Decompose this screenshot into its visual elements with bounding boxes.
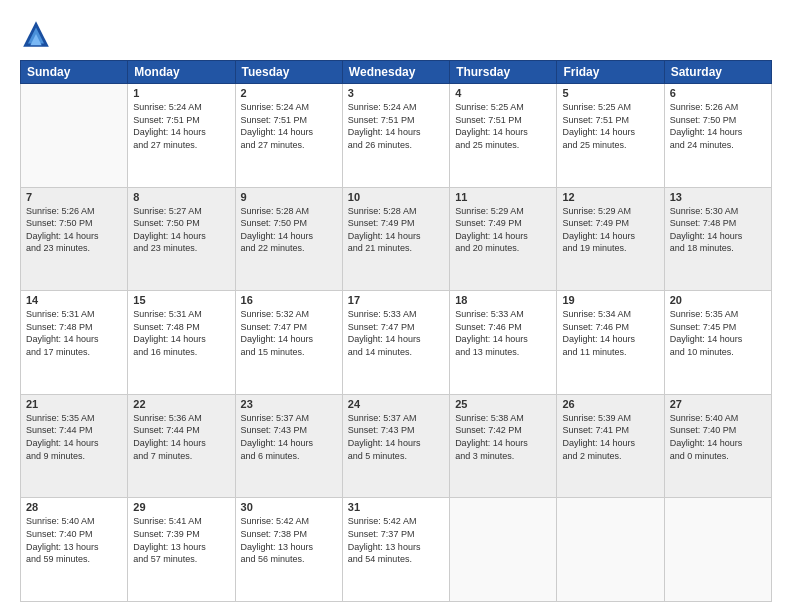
day-number: 7 [26, 191, 122, 203]
week-row-5: 28Sunrise: 5:40 AMSunset: 7:40 PMDayligh… [21, 498, 772, 602]
calendar-cell: 11Sunrise: 5:29 AMSunset: 7:49 PMDayligh… [450, 187, 557, 291]
day-info: Sunrise: 5:28 AMSunset: 7:49 PMDaylight:… [348, 205, 444, 255]
calendar-cell: 29Sunrise: 5:41 AMSunset: 7:39 PMDayligh… [128, 498, 235, 602]
day-number: 14 [26, 294, 122, 306]
week-row-3: 14Sunrise: 5:31 AMSunset: 7:48 PMDayligh… [21, 291, 772, 395]
day-info: Sunrise: 5:40 AMSunset: 7:40 PMDaylight:… [670, 412, 766, 462]
weekday-header-sunday: Sunday [21, 61, 128, 84]
calendar-cell: 9Sunrise: 5:28 AMSunset: 7:50 PMDaylight… [235, 187, 342, 291]
day-number: 29 [133, 501, 229, 513]
calendar-cell: 19Sunrise: 5:34 AMSunset: 7:46 PMDayligh… [557, 291, 664, 395]
day-info: Sunrise: 5:24 AMSunset: 7:51 PMDaylight:… [133, 101, 229, 151]
calendar-cell: 5Sunrise: 5:25 AMSunset: 7:51 PMDaylight… [557, 84, 664, 188]
day-info: Sunrise: 5:37 AMSunset: 7:43 PMDaylight:… [241, 412, 337, 462]
calendar-cell [664, 498, 771, 602]
calendar-cell: 17Sunrise: 5:33 AMSunset: 7:47 PMDayligh… [342, 291, 449, 395]
day-info: Sunrise: 5:30 AMSunset: 7:48 PMDaylight:… [670, 205, 766, 255]
day-number: 30 [241, 501, 337, 513]
header [20, 18, 772, 50]
day-number: 16 [241, 294, 337, 306]
day-info: Sunrise: 5:26 AMSunset: 7:50 PMDaylight:… [670, 101, 766, 151]
day-number: 24 [348, 398, 444, 410]
day-info: Sunrise: 5:31 AMSunset: 7:48 PMDaylight:… [26, 308, 122, 358]
day-info: Sunrise: 5:25 AMSunset: 7:51 PMDaylight:… [562, 101, 658, 151]
calendar-cell: 23Sunrise: 5:37 AMSunset: 7:43 PMDayligh… [235, 394, 342, 498]
calendar-cell: 30Sunrise: 5:42 AMSunset: 7:38 PMDayligh… [235, 498, 342, 602]
calendar-cell: 8Sunrise: 5:27 AMSunset: 7:50 PMDaylight… [128, 187, 235, 291]
calendar-cell: 27Sunrise: 5:40 AMSunset: 7:40 PMDayligh… [664, 394, 771, 498]
calendar-cell: 1Sunrise: 5:24 AMSunset: 7:51 PMDaylight… [128, 84, 235, 188]
day-number: 9 [241, 191, 337, 203]
day-number: 8 [133, 191, 229, 203]
day-info: Sunrise: 5:24 AMSunset: 7:51 PMDaylight:… [241, 101, 337, 151]
day-number: 22 [133, 398, 229, 410]
calendar-cell [557, 498, 664, 602]
day-number: 19 [562, 294, 658, 306]
day-number: 27 [670, 398, 766, 410]
day-info: Sunrise: 5:28 AMSunset: 7:50 PMDaylight:… [241, 205, 337, 255]
day-info: Sunrise: 5:33 AMSunset: 7:46 PMDaylight:… [455, 308, 551, 358]
weekday-header-saturday: Saturday [664, 61, 771, 84]
calendar-cell: 6Sunrise: 5:26 AMSunset: 7:50 PMDaylight… [664, 84, 771, 188]
day-info: Sunrise: 5:41 AMSunset: 7:39 PMDaylight:… [133, 515, 229, 565]
calendar-cell [21, 84, 128, 188]
day-info: Sunrise: 5:42 AMSunset: 7:37 PMDaylight:… [348, 515, 444, 565]
calendar-cell: 31Sunrise: 5:42 AMSunset: 7:37 PMDayligh… [342, 498, 449, 602]
day-info: Sunrise: 5:26 AMSunset: 7:50 PMDaylight:… [26, 205, 122, 255]
day-number: 28 [26, 501, 122, 513]
day-info: Sunrise: 5:36 AMSunset: 7:44 PMDaylight:… [133, 412, 229, 462]
day-info: Sunrise: 5:25 AMSunset: 7:51 PMDaylight:… [455, 101, 551, 151]
weekday-header-wednesday: Wednesday [342, 61, 449, 84]
calendar-cell: 10Sunrise: 5:28 AMSunset: 7:49 PMDayligh… [342, 187, 449, 291]
calendar-cell: 16Sunrise: 5:32 AMSunset: 7:47 PMDayligh… [235, 291, 342, 395]
day-number: 20 [670, 294, 766, 306]
calendar-cell: 4Sunrise: 5:25 AMSunset: 7:51 PMDaylight… [450, 84, 557, 188]
day-number: 25 [455, 398, 551, 410]
day-number: 4 [455, 87, 551, 99]
day-info: Sunrise: 5:42 AMSunset: 7:38 PMDaylight:… [241, 515, 337, 565]
weekday-header-thursday: Thursday [450, 61, 557, 84]
day-info: Sunrise: 5:40 AMSunset: 7:40 PMDaylight:… [26, 515, 122, 565]
day-number: 12 [562, 191, 658, 203]
calendar-table: SundayMondayTuesdayWednesdayThursdayFrid… [20, 60, 772, 602]
day-info: Sunrise: 5:38 AMSunset: 7:42 PMDaylight:… [455, 412, 551, 462]
calendar-cell: 28Sunrise: 5:40 AMSunset: 7:40 PMDayligh… [21, 498, 128, 602]
calendar-cell: 2Sunrise: 5:24 AMSunset: 7:51 PMDaylight… [235, 84, 342, 188]
day-number: 1 [133, 87, 229, 99]
calendar-cell [450, 498, 557, 602]
calendar-cell: 7Sunrise: 5:26 AMSunset: 7:50 PMDaylight… [21, 187, 128, 291]
weekday-header-friday: Friday [557, 61, 664, 84]
day-number: 26 [562, 398, 658, 410]
day-number: 10 [348, 191, 444, 203]
weekday-header-row: SundayMondayTuesdayWednesdayThursdayFrid… [21, 61, 772, 84]
logo [20, 18, 56, 50]
calendar-cell: 14Sunrise: 5:31 AMSunset: 7:48 PMDayligh… [21, 291, 128, 395]
day-number: 15 [133, 294, 229, 306]
calendar-cell: 21Sunrise: 5:35 AMSunset: 7:44 PMDayligh… [21, 394, 128, 498]
page: SundayMondayTuesdayWednesdayThursdayFrid… [0, 0, 792, 612]
day-number: 23 [241, 398, 337, 410]
day-info: Sunrise: 5:39 AMSunset: 7:41 PMDaylight:… [562, 412, 658, 462]
day-info: Sunrise: 5:24 AMSunset: 7:51 PMDaylight:… [348, 101, 444, 151]
calendar-cell: 18Sunrise: 5:33 AMSunset: 7:46 PMDayligh… [450, 291, 557, 395]
day-number: 21 [26, 398, 122, 410]
calendar-cell: 13Sunrise: 5:30 AMSunset: 7:48 PMDayligh… [664, 187, 771, 291]
week-row-4: 21Sunrise: 5:35 AMSunset: 7:44 PMDayligh… [21, 394, 772, 498]
calendar-cell: 26Sunrise: 5:39 AMSunset: 7:41 PMDayligh… [557, 394, 664, 498]
day-info: Sunrise: 5:29 AMSunset: 7:49 PMDaylight:… [562, 205, 658, 255]
calendar-cell: 24Sunrise: 5:37 AMSunset: 7:43 PMDayligh… [342, 394, 449, 498]
day-info: Sunrise: 5:35 AMSunset: 7:45 PMDaylight:… [670, 308, 766, 358]
calendar-cell: 25Sunrise: 5:38 AMSunset: 7:42 PMDayligh… [450, 394, 557, 498]
day-info: Sunrise: 5:35 AMSunset: 7:44 PMDaylight:… [26, 412, 122, 462]
logo-icon [20, 18, 52, 50]
calendar-cell: 15Sunrise: 5:31 AMSunset: 7:48 PMDayligh… [128, 291, 235, 395]
week-row-1: 1Sunrise: 5:24 AMSunset: 7:51 PMDaylight… [21, 84, 772, 188]
day-info: Sunrise: 5:29 AMSunset: 7:49 PMDaylight:… [455, 205, 551, 255]
calendar-cell: 3Sunrise: 5:24 AMSunset: 7:51 PMDaylight… [342, 84, 449, 188]
day-number: 2 [241, 87, 337, 99]
day-number: 17 [348, 294, 444, 306]
day-info: Sunrise: 5:27 AMSunset: 7:50 PMDaylight:… [133, 205, 229, 255]
day-number: 13 [670, 191, 766, 203]
weekday-header-monday: Monday [128, 61, 235, 84]
day-number: 6 [670, 87, 766, 99]
